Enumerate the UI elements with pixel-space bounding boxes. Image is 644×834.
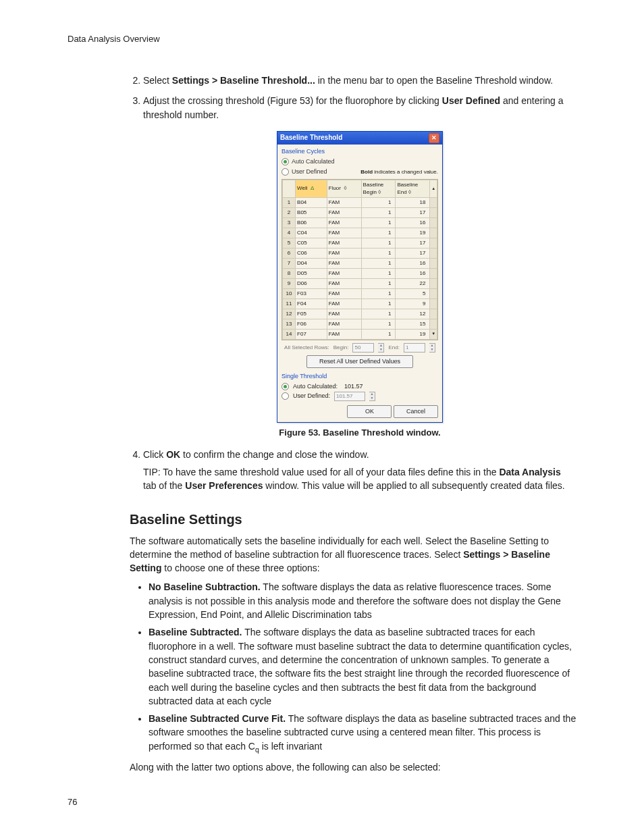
table-row[interactable]: 11F04FAM19 bbox=[283, 298, 437, 309]
user-defined-input[interactable]: 101.57 bbox=[334, 392, 365, 401]
table-row[interactable]: 3B06FAM116 bbox=[283, 217, 437, 228]
table-row[interactable]: 8D05FAM116 bbox=[283, 268, 437, 278]
scroll-up-icon[interactable]: ▲ bbox=[430, 180, 437, 197]
table-row[interactable]: 1B04FAM118 bbox=[283, 197, 437, 207]
scrollbar-track[interactable] bbox=[430, 238, 437, 248]
table-row[interactable]: 9D06FAM122 bbox=[283, 278, 437, 288]
bullet-no-baseline: No Baseline Subtraction. The software di… bbox=[149, 580, 576, 621]
table-row[interactable]: 14F07FAM119▼ bbox=[283, 329, 437, 339]
table-header-row: Well Δ Fluor ◊ Baseline Begin ◊ Baseline… bbox=[283, 180, 437, 197]
table-row[interactable]: 7D04FAM116 bbox=[283, 258, 437, 268]
table-row[interactable]: 4C04FAM119 bbox=[283, 228, 437, 238]
col-fluor[interactable]: Fluor ◊ bbox=[327, 180, 361, 197]
close-icon[interactable]: ✕ bbox=[429, 133, 439, 143]
table-row[interactable]: 5C05FAM117 bbox=[283, 238, 437, 248]
scrollbar-track[interactable] bbox=[430, 268, 437, 278]
begin-input[interactable]: 50 bbox=[352, 343, 374, 353]
dialog-titlebar[interactable]: Baseline Threshold ✕ bbox=[277, 132, 442, 145]
table-row[interactable]: 2B05FAM117 bbox=[283, 207, 437, 217]
heading-baseline-settings: Baseline Settings bbox=[130, 512, 576, 527]
radio-icon bbox=[281, 392, 289, 400]
baseline-threshold-dialog: Baseline Threshold ✕ Baseline Cycles Aut… bbox=[277, 131, 443, 423]
radio-user-defined[interactable]: User Defined bbox=[281, 167, 327, 176]
scrollbar-track[interactable] bbox=[430, 278, 437, 288]
radio-threshold-user[interactable]: User Defined: 101.57▲▼ bbox=[281, 392, 438, 401]
all-selected-rows: All Selected Rows: Begin: 50▲▼ End: 1▲▼ bbox=[281, 343, 438, 353]
radio-threshold-auto[interactable]: Auto Calculated: 101.57 bbox=[281, 382, 438, 391]
step-4-tip: TIP: To have the same threshold value us… bbox=[143, 465, 576, 493]
user-defined-spinner[interactable]: ▲▼ bbox=[369, 392, 375, 401]
reset-button[interactable]: Reset All User Defined Values bbox=[306, 355, 413, 368]
baseline-table: Well Δ Fluor ◊ Baseline Begin ◊ Baseline… bbox=[281, 179, 438, 340]
page-header: Data Analysis Overview bbox=[68, 34, 576, 44]
scrollbar-track[interactable] bbox=[430, 248, 437, 258]
bold-note: Bold indicates a changed value. bbox=[360, 168, 438, 176]
scrollbar-track[interactable] bbox=[430, 217, 437, 228]
section-baseline-cycles: Baseline Cycles bbox=[281, 147, 438, 156]
scrollbar-track[interactable] bbox=[430, 288, 437, 298]
bullet-curve-fit: Baseline Subtracted Curve Fit. The softw… bbox=[149, 712, 576, 755]
begin-spinner[interactable]: ▲▼ bbox=[378, 343, 384, 353]
bullet-baseline-subtracted: Baseline Subtracted. The software displa… bbox=[149, 625, 576, 708]
table-row[interactable]: 12F05FAM112 bbox=[283, 309, 437, 319]
table-row[interactable]: 13F06FAM115 bbox=[283, 319, 437, 329]
scrollbar-track[interactable] bbox=[430, 298, 437, 309]
dialog-title: Baseline Threshold bbox=[280, 133, 342, 143]
radio-icon bbox=[281, 158, 289, 165]
figure-53: Baseline Threshold ✕ Baseline Cycles Aut… bbox=[143, 131, 576, 423]
step-4: Click OK to confirm the change and close… bbox=[143, 448, 576, 493]
radio-icon bbox=[281, 383, 289, 390]
col-well[interactable]: Well Δ bbox=[296, 180, 327, 197]
col-begin[interactable]: Baseline Begin ◊ bbox=[361, 180, 396, 197]
scrollbar-track[interactable] bbox=[430, 258, 437, 268]
scrollbar-track[interactable] bbox=[430, 197, 437, 207]
end-input[interactable]: 1 bbox=[404, 343, 425, 353]
step-2: Select Settings > Baseline Threshold... … bbox=[143, 74, 576, 87]
scrollbar-track[interactable] bbox=[430, 309, 437, 319]
baseline-intro: The software automatically sets the base… bbox=[130, 534, 576, 575]
ok-button[interactable]: OK bbox=[347, 405, 392, 418]
table-row[interactable]: 10F03FAM15 bbox=[283, 288, 437, 298]
col-end[interactable]: Baseline End ◊ bbox=[396, 180, 430, 197]
radio-icon bbox=[281, 168, 289, 176]
scroll-down-icon[interactable]: ▼ bbox=[430, 329, 437, 339]
section-single-threshold: Single Threshold bbox=[281, 372, 438, 381]
table-row[interactable]: 6C06FAM117 bbox=[283, 248, 437, 258]
step-3: Adjust the crossing threshold (Figure 53… bbox=[143, 94, 576, 439]
closing-paragraph: Along with the latter two options above,… bbox=[130, 760, 576, 774]
cancel-button[interactable]: Cancel bbox=[394, 405, 438, 418]
end-spinner[interactable]: ▲▼ bbox=[429, 343, 435, 353]
radio-auto-calculated[interactable]: Auto Calculated bbox=[281, 157, 438, 166]
figure-caption: Figure 53. Baseline Threshold window. bbox=[143, 427, 576, 440]
scrollbar-track[interactable] bbox=[430, 319, 437, 329]
scrollbar-track[interactable] bbox=[430, 207, 437, 217]
scrollbar-track[interactable] bbox=[430, 228, 437, 238]
page-number: 76 bbox=[68, 797, 77, 807]
